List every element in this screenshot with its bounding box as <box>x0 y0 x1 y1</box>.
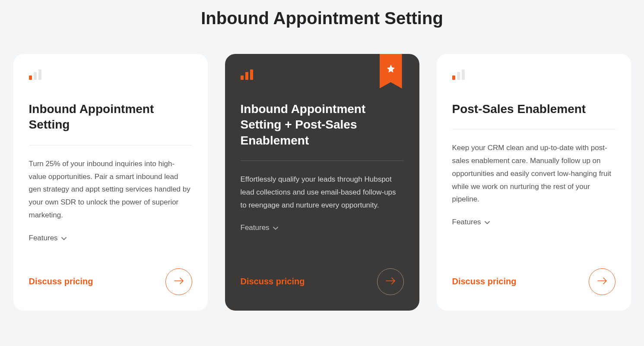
bars-icon <box>29 69 192 80</box>
chevron-down-icon <box>485 218 490 226</box>
card-description: Effortlessly qualify your leads through … <box>241 173 404 211</box>
arrow-right-icon <box>174 277 184 286</box>
card-title: Inbound Appointment Setting <box>29 101 192 133</box>
card-title: Post-Sales Enablement <box>452 101 615 117</box>
bars-icon <box>452 69 615 80</box>
chevron-down-icon <box>273 223 278 232</box>
card-footer: Discuss pricing <box>452 268 615 295</box>
features-label: Features <box>452 218 481 226</box>
divider <box>29 145 192 145</box>
page-title: Inbound Appointment Setting <box>13 9 631 28</box>
features-label: Features <box>241 223 270 232</box>
features-toggle[interactable]: Features <box>29 234 192 242</box>
card-description: Turn 25% of your inbound inquiries into … <box>29 157 192 222</box>
discuss-pricing-link[interactable]: Discuss pricing <box>29 277 93 286</box>
pricing-card-postsales: Post-Sales Enablement Keep your CRM clea… <box>437 54 631 311</box>
pricing-card-combo: Inbound Appointment Setting + Post-Sales… <box>225 54 419 311</box>
card-footer: Discuss pricing <box>241 268 404 295</box>
discuss-pricing-button[interactable] <box>165 268 192 295</box>
chevron-down-icon <box>61 234 67 242</box>
bars-icon <box>241 69 404 80</box>
star-icon <box>386 67 396 75</box>
discuss-pricing-button[interactable] <box>377 268 404 295</box>
card-footer: Discuss pricing <box>29 268 192 295</box>
featured-ribbon <box>380 54 402 88</box>
pricing-cards-row: Inbound Appointment Setting Turn 25% of … <box>13 54 631 311</box>
pricing-card-inbound: Inbound Appointment Setting Turn 25% of … <box>13 54 208 311</box>
arrow-right-icon <box>597 277 607 286</box>
card-title: Inbound Appointment Setting + Post-Sales… <box>241 101 404 148</box>
discuss-pricing-link[interactable]: Discuss pricing <box>241 277 305 286</box>
divider <box>241 160 404 161</box>
discuss-pricing-link[interactable]: Discuss pricing <box>452 277 517 286</box>
arrow-right-icon <box>385 277 396 286</box>
discuss-pricing-button[interactable] <box>589 268 615 295</box>
features-toggle[interactable]: Features <box>241 223 404 232</box>
divider <box>452 129 615 129</box>
features-toggle[interactable]: Features <box>452 218 615 226</box>
card-description: Keep your CRM clean and up-to-date with … <box>452 142 615 206</box>
features-label: Features <box>29 234 58 242</box>
